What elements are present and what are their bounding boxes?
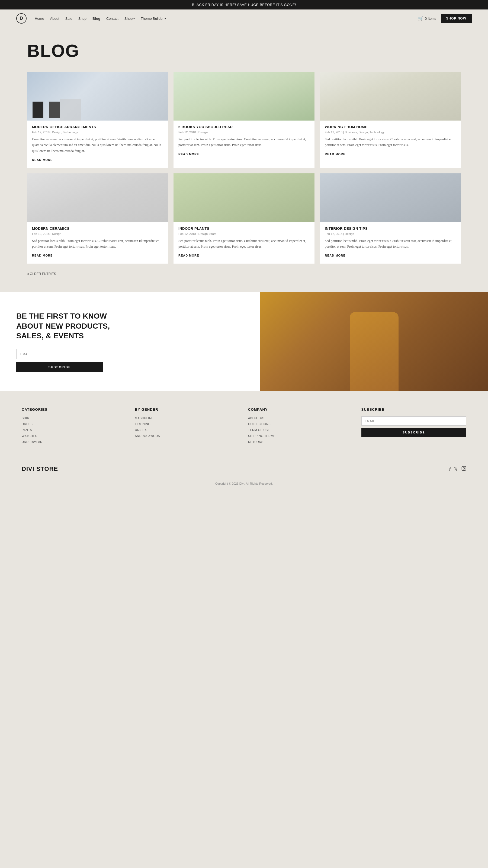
read-more-4[interactable]: READ MORE — [178, 254, 199, 257]
main-nav: Home About Sale Shop Blog Contact Shop ▾… — [35, 17, 166, 21]
footer-email-input[interactable] — [362, 416, 466, 426]
footer-gender-heading: BY GENDER — [135, 407, 240, 411]
blog-card-content-5: INTERIOR DESIGN TIPS Feb 12, 2018 | Desi… — [320, 222, 461, 264]
footer-item-returns[interactable]: RETURNS — [248, 440, 353, 443]
facebook-icon[interactable]: 𝑓 — [449, 466, 450, 471]
older-entries-link[interactable]: « OLDER ENTRIES — [27, 272, 56, 276]
footer-subscribe-col: SUBSCRIBE SUBSCRIBE — [362, 407, 466, 446]
blog-card-2: WORKING FROM HOME Feb 12, 2018 | Busines… — [320, 72, 461, 168]
footer-item-watches[interactable]: WATCHES — [22, 434, 127, 437]
read-more-5[interactable]: READ MORE — [325, 254, 345, 257]
footer-brand: DIVI STORE — [22, 465, 58, 472]
page-title: BLOG — [27, 41, 461, 61]
blog-card-excerpt-1: Sed porttitor lectus nibh. Proin eget to… — [178, 136, 310, 148]
twitter-x-icon[interactable]: 𝕏 — [454, 466, 458, 472]
blog-card-content-3: MODERN CERAMICS Feb 12, 2018 | Design Se… — [27, 222, 168, 264]
blog-card-title-2: WORKING FROM HOME — [325, 125, 456, 129]
footer-item-term-of-use[interactable]: TERM OF USE — [248, 428, 353, 432]
blog-card-image-2 — [320, 72, 461, 121]
footer-copyright: Copyright © 2023 Divi. All Rights Reserv… — [22, 478, 466, 485]
newsletter-email-input[interactable] — [16, 349, 103, 359]
blog-card-image-3 — [27, 174, 168, 222]
blog-card-excerpt-3: Sed porttitor lectus nibh. Proin eget to… — [32, 238, 163, 250]
svg-rect-0 — [462, 466, 466, 471]
blog-card-title-1: 6 BOOKS YOU SHOULD READ — [178, 125, 310, 129]
blog-card-content-0: MODERN OFFICE ARRANGEMENTS Feb 12, 2018 … — [27, 121, 168, 168]
read-more-2[interactable]: READ MORE — [325, 153, 345, 156]
blog-card-meta-4: Feb 12, 2018 | Design, Store — [178, 232, 310, 236]
theme-builder-chevron-icon: ▾ — [165, 17, 166, 20]
blog-card-content-2: WORKING FROM HOME Feb 12, 2018 | Busines… — [320, 121, 461, 162]
footer-item-underwear[interactable]: UNDERWEAR — [22, 440, 127, 443]
blog-card-4: INDOOR PLANTS Feb 12, 2018 | Design, Sto… — [173, 174, 315, 264]
nav-shop[interactable]: Shop — [78, 17, 86, 21]
newsletter-heading: BE THE FIRST TO KNOW ABOUT NEW PRODUCTS,… — [16, 311, 114, 341]
footer-company-col: COMPANY ABOUT US COLLECTIONS TERM OF USE… — [248, 407, 353, 446]
blog-card-title-4: INDOOR PLANTS — [178, 226, 310, 230]
blog-card-content-4: INDOOR PLANTS Feb 12, 2018 | Design, Sto… — [173, 222, 315, 264]
footer-gender-col: BY GENDER MASCULINE FEMININE UNISEX ANDR… — [135, 407, 240, 446]
read-more-3[interactable]: READ MORE — [32, 254, 53, 257]
footer-item-about-us[interactable]: ABOUT US — [248, 416, 353, 420]
footer-item-feminine[interactable]: FEMININE — [135, 422, 240, 426]
blog-card-image-0 — [27, 72, 168, 121]
nav-shop-dropdown[interactable]: Shop ▾ — [124, 17, 135, 21]
footer-item-shipping-terms[interactable]: SHIPPING TERMS — [248, 434, 353, 437]
nav-about[interactable]: About — [50, 17, 59, 21]
blog-card-image-5 — [320, 174, 461, 222]
logo-letter: D — [20, 16, 23, 21]
newsletter-section: BE THE FIRST TO KNOW ABOUT NEW PRODUCTS,… — [0, 292, 488, 391]
cart-count: 0 Items — [425, 17, 436, 21]
blog-card-image-1 — [173, 72, 315, 121]
shop-now-button[interactable]: SHOP NOW — [441, 14, 472, 23]
blog-card-title-0: MODERN OFFICE ARRANGEMENTS — [32, 125, 163, 129]
blog-card-meta-2: Feb 12, 2018 | Business, Design, Technol… — [325, 131, 456, 134]
cart-area[interactable]: 🛒 0 Items — [418, 16, 436, 21]
cart-icon: 🛒 — [418, 16, 423, 21]
footer-categories-col: CATEGORIES SHIRT DRESS PANTS WATCHES UND… — [22, 407, 127, 446]
blog-card-title-5: INTERIOR DESIGN TIPS — [325, 226, 456, 230]
footer-subscribe-button[interactable]: SUBSCRIBE — [362, 428, 466, 437]
nav-sale[interactable]: Sale — [65, 17, 73, 21]
blog-card-excerpt-5: Sed porttitor lectus nibh. Proin eget to… — [325, 238, 456, 250]
header-right: 🛒 0 Items SHOP NOW — [418, 14, 472, 23]
footer-item-unisex[interactable]: UNISEX — [135, 428, 240, 432]
main-content: BLOG MODERN OFFICE ARRANGEMENTS Feb 12, … — [0, 27, 488, 292]
header: D Home About Sale Shop Blog Contact Shop… — [0, 9, 488, 27]
footer-subscribe-heading: SUBSCRIBE — [362, 407, 466, 411]
footer-item-shirt[interactable]: SHIRT — [22, 416, 127, 420]
svg-point-2 — [465, 467, 465, 468]
footer-item-collections[interactable]: COLLECTIONS — [248, 422, 353, 426]
blog-grid: MODERN OFFICE ARRANGEMENTS Feb 12, 2018 … — [27, 72, 461, 264]
footer-company-heading: COMPANY — [248, 407, 353, 411]
read-more-0[interactable]: READ MORE — [32, 158, 53, 161]
nav-blog[interactable]: Blog — [92, 17, 100, 21]
blog-card-content-1: 6 BOOKS YOU SHOULD READ Feb 12, 2018 | D… — [173, 121, 315, 162]
blog-card-meta-5: Feb 12, 2018 | Design — [325, 232, 456, 236]
newsletter-left: BE THE FIRST TO KNOW ABOUT NEW PRODUCTS,… — [0, 292, 260, 391]
svg-point-1 — [463, 468, 465, 469]
blog-card-3: MODERN CERAMICS Feb 12, 2018 | Design Se… — [27, 174, 168, 264]
blog-card-excerpt-2: Sed porttitor lectus nibh. Proin eget to… — [325, 136, 456, 148]
blog-card-meta-1: Feb 12, 2018 | Design — [178, 131, 310, 134]
nav-home[interactable]: Home — [35, 17, 44, 21]
footer-divider — [22, 460, 466, 460]
nav-theme-builder-dropdown[interactable]: Theme Builder ▾ — [141, 17, 166, 21]
logo[interactable]: D — [16, 13, 27, 24]
blog-card-1: 6 BOOKS YOU SHOULD READ Feb 12, 2018 | D… — [173, 72, 315, 168]
footer-columns: CATEGORIES SHIRT DRESS PANTS WATCHES UND… — [22, 407, 466, 446]
blog-card-meta-0: Feb 12, 2018 | Design, Technology — [32, 131, 163, 134]
shop-chevron-icon: ▾ — [134, 17, 135, 20]
newsletter-subscribe-button[interactable]: SUBSCRIBE — [16, 362, 103, 372]
footer-bottom: DIVI STORE 𝑓 𝕏 — [22, 465, 466, 478]
blog-card-excerpt-0: Curabitur arcu erat, accumsan id imperdi… — [32, 136, 163, 154]
footer-item-androgynous[interactable]: ANDROGYNOUS — [135, 434, 240, 437]
footer-item-masculine[interactable]: MASCULINE — [135, 416, 240, 420]
read-more-1[interactable]: READ MORE — [178, 153, 199, 156]
footer-item-pants[interactable]: PANTS — [22, 428, 127, 432]
footer-categories-heading: CATEGORIES — [22, 407, 127, 411]
nav-contact[interactable]: Contact — [106, 17, 118, 21]
instagram-icon[interactable] — [461, 466, 466, 472]
footer-item-dress[interactable]: DRESS — [22, 422, 127, 426]
footer: CATEGORIES SHIRT DRESS PANTS WATCHES UND… — [0, 391, 488, 493]
